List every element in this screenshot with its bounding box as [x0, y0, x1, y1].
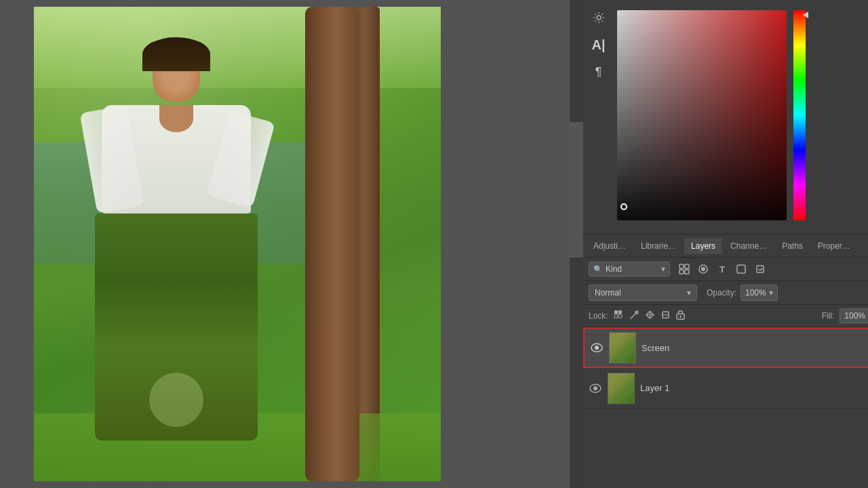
blend-mode-value: Normal — [595, 288, 621, 298]
svg-rect-2 — [685, 264, 689, 268]
paragraph-tool-icon[interactable]: ¶ — [588, 61, 610, 83]
lock-artboard-btn[interactable] — [660, 310, 671, 322]
layer1-visibility-toggle[interactable] — [589, 384, 602, 393]
svg-rect-7 — [737, 265, 745, 273]
panels-tabs: Adjusti… Librarie… Layers Channe… Paths … — [583, 234, 868, 258]
blend-mode-dropdown[interactable]: Normal ▾ — [589, 285, 697, 301]
layer1-name: Layer 1 — [640, 383, 868, 393]
lock-label: Lock: — [589, 311, 608, 321]
kind-filter-dropdown[interactable]: 🔍 Kind ▾ — [589, 262, 670, 277]
pixel-filter-icon[interactable] — [677, 262, 692, 277]
lock-all-btn[interactable] — [676, 310, 685, 322]
fill-value: 100% — [844, 311, 865, 321]
shape-filter-icon[interactable] — [734, 262, 749, 277]
svg-rect-8 — [757, 266, 764, 272]
opacity-arrow: ▾ — [769, 288, 773, 298]
svg-point-17 — [679, 316, 682, 318]
filter-row: 🔍 Kind ▾ — [583, 258, 868, 281]
svg-point-19 — [595, 346, 599, 350]
lock-paint-btn[interactable] — [629, 310, 639, 322]
canvas-area — [0, 0, 570, 488]
smart-filter-icon[interactable] — [753, 262, 768, 277]
opacity-value: 100% — [745, 288, 766, 298]
tab-adjustments[interactable]: Adjusti… — [587, 238, 633, 254]
tab-paths[interactable]: Paths — [775, 238, 810, 254]
svg-point-0 — [597, 16, 601, 20]
hue-slider[interactable] — [793, 10, 806, 220]
svg-rect-9 — [614, 310, 618, 314]
filter-icons: T — [677, 262, 768, 277]
vertical-scrollbar[interactable] — [570, 0, 583, 488]
svg-rect-12 — [618, 314, 622, 318]
layers-list: Screen Layer 1 — [583, 327, 868, 488]
opacity-dropdown[interactable]: 100% ▾ — [741, 285, 778, 301]
blend-mode-arrow: ▾ — [687, 288, 691, 298]
layer-screen-name: Screen — [642, 343, 868, 353]
tab-layers[interactable]: Layers — [684, 238, 722, 254]
color-picker-section: A| ¶ — [583, 0, 868, 234]
tab-channels[interactable]: Channe… — [724, 238, 774, 254]
right-panel: A| ¶ Adjusti… Librarie… Layers Channe… P… — [583, 0, 868, 488]
layer-screen-visibility-toggle[interactable] — [590, 343, 604, 352]
tab-properties[interactable]: Proper… — [811, 238, 857, 254]
layer-screen-thumbnail — [609, 332, 636, 363]
svg-rect-10 — [618, 310, 622, 314]
color-picker-handle[interactable] — [620, 203, 627, 210]
type-filter-icon[interactable]: T — [715, 262, 730, 277]
blend-opacity-row: Normal ▾ Opacity: 100% ▾ — [583, 281, 868, 305]
text-tool-icon[interactable]: A| — [588, 34, 610, 56]
tab-libraries[interactable]: Librarie… — [634, 238, 683, 254]
svg-rect-3 — [679, 270, 684, 274]
opacity-label: Opacity: — [707, 288, 736, 298]
layer-row-screen[interactable]: Screen — [583, 327, 868, 368]
tool-sidebar: A| ¶ — [583, 0, 614, 234]
lock-icons — [614, 310, 685, 322]
layer-row-layer1[interactable]: Layer 1 — [583, 368, 868, 409]
layers-body: 🔍 Kind ▾ — [583, 258, 868, 488]
svg-point-6 — [701, 267, 705, 271]
color-gradient-picker[interactable] — [617, 10, 787, 220]
hue-slider-handle[interactable] — [803, 12, 808, 18]
settings-icon[interactable] — [588, 7, 610, 28]
search-icon: 🔍 — [593, 265, 603, 274]
scrollbar-thumb[interactable] — [570, 122, 583, 258]
adjustment-filter-icon[interactable] — [696, 262, 711, 277]
canvas-image[interactable] — [34, 7, 441, 481]
svg-rect-1 — [679, 264, 684, 268]
lock-pixels-btn[interactable] — [614, 310, 624, 322]
fill-dropdown[interactable]: 100% ▾ — [840, 308, 868, 323]
kind-dropdown-arrow: ▾ — [661, 264, 665, 274]
layer1-thumbnail — [608, 373, 635, 404]
lock-move-btn[interactable] — [645, 310, 655, 322]
svg-rect-11 — [614, 314, 618, 318]
lock-fill-row: Lock: — [583, 305, 868, 327]
svg-rect-4 — [685, 270, 689, 274]
svg-point-21 — [593, 386, 597, 390]
fill-label: Fill: — [822, 311, 835, 321]
